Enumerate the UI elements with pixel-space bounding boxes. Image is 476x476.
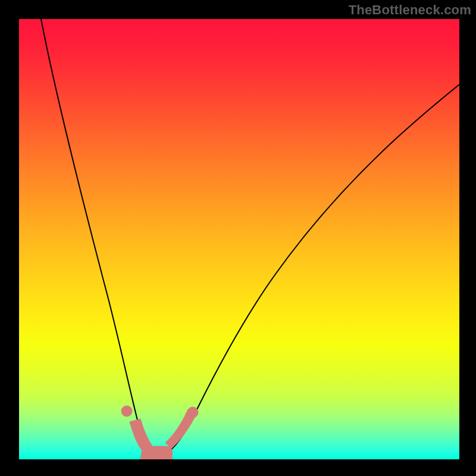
chart-svg bbox=[19, 19, 459, 459]
watermark: TheBottleneck.com bbox=[349, 2, 471, 18]
marker-trough-fill bbox=[142, 446, 173, 459]
bottleneck-curve bbox=[41, 19, 459, 454]
marker-left-dot bbox=[121, 406, 132, 416]
chart-frame: TheBottleneck.com bbox=[0, 0, 476, 476]
marker-left-stroke bbox=[130, 419, 152, 450]
marker-right-cap bbox=[187, 407, 198, 418]
